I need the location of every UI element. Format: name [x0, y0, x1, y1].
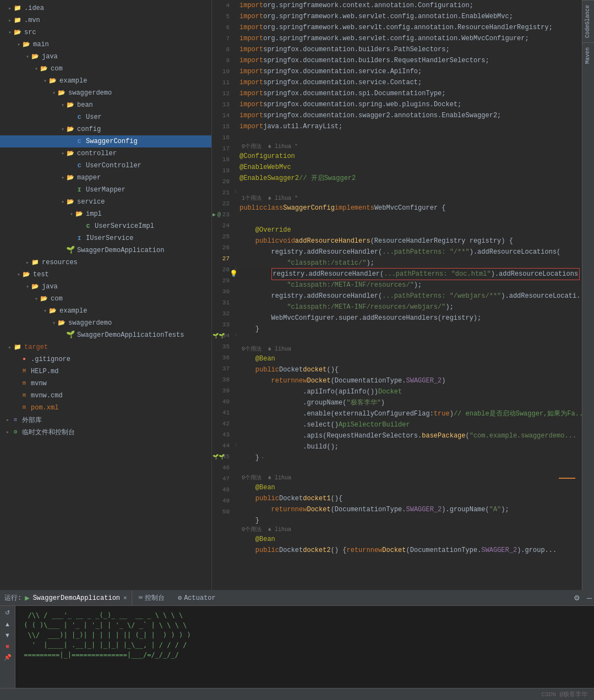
bottom-tab-actuator[interactable]: ⚙ Actuator	[171, 592, 222, 604]
tree-item-tmp[interactable]: ⚙ 临时文件和控制台	[0, 426, 211, 438]
tree-item-example-test[interactable]: 📂 example	[0, 305, 211, 317]
tree-item-controller[interactable]: 📂 controller	[0, 147, 211, 160]
tree-item-libs[interactable]: ≡ 外部库	[0, 414, 211, 426]
scroll-down-btn[interactable]: ▼	[2, 631, 13, 639]
tree-item-mvnw[interactable]: m mvnw	[0, 378, 211, 390]
scroll-up-btn[interactable]: ▲	[2, 620, 13, 628]
label-example: example	[59, 77, 87, 85]
ln-4: 4	[212, 0, 232, 11]
tree-item-java-test[interactable]: 📂 java	[0, 281, 211, 293]
tree-item-User[interactable]: C User	[0, 111, 211, 123]
ln-37: 37	[212, 363, 232, 374]
tree-item-service[interactable]: 📂 service	[0, 196, 211, 208]
tree-item-SwaggerDemoApplication[interactable]: 🌱 SwaggerDemoApplication	[0, 244, 211, 256]
tree-item-HELP[interactable]: M HELP.md	[0, 365, 211, 378]
code-line-12: import springfox.documentation.spi.Docum…	[239, 88, 582, 99]
run-icon: ▶	[25, 593, 29, 603]
label-tmp: 临时文件和控制台	[22, 428, 75, 437]
ln-39: 39	[212, 385, 232, 396]
tree-item-src[interactable]: 📂 src	[0, 26, 211, 39]
tree-item-SwaggerDemoApplicationTests[interactable]: 🌱 SwaggerDemoApplicationTests	[0, 329, 211, 341]
right-tab-panel: CodeGlance Maven	[582, 0, 594, 590]
close-tab-btn[interactable]: ×	[123, 595, 127, 601]
settings-btn[interactable]: ⚙	[571, 593, 582, 603]
minimize-btn[interactable]: ─	[585, 593, 594, 603]
tree-item-UserMapper[interactable]: I UserMapper	[0, 184, 211, 196]
tree-item-com-test[interactable]: 📂 com	[0, 293, 211, 305]
code-line-25: registry.addResourceHandler(...pathPatte…	[239, 247, 582, 258]
code-line-46: public Docket docket1(){	[239, 493, 582, 504]
label-gitignore: .gitignore	[31, 356, 70, 363]
console-left-actions: ↺ ▲ ▼ ■ 📌	[0, 606, 15, 688]
folder-icon-mapper: 📂	[66, 173, 75, 182]
label-com-test: com	[51, 295, 63, 303]
tree-item-mvn[interactable]: 📁 .mvn	[0, 14, 211, 26]
tree-item-swaggerdemo[interactable]: 📂 swaggerdemo	[0, 87, 211, 99]
label-main: main	[33, 41, 49, 48]
tree-item-UserController[interactable]: C UserController	[0, 160, 211, 172]
tree-item-main[interactable]: 📂 main	[0, 39, 211, 51]
ln-20: 20	[212, 176, 232, 187]
tree-item-SwaggerConfig[interactable]: C SwaggerConfig	[0, 135, 211, 147]
meta-21: 1个用法 ♣ lihua *	[239, 195, 582, 203]
tree-item-IUserService[interactable]: I IUserService	[0, 232, 211, 244]
code-editor: 4 5 6 7 8 9 10 11 12 13 14 15 16 17 18 1…	[212, 0, 582, 590]
gitignore-icon: ●	[20, 355, 29, 364]
label-UserServiceImpl: UserServiceImpl	[95, 222, 154, 230]
java-icon-UserServiceImpl: C	[84, 222, 92, 231]
folder-icon-mvn: 📁	[13, 16, 22, 25]
arrow-bean	[59, 102, 66, 108]
ln-41: 41	[212, 407, 232, 418]
label-impl: impl	[86, 210, 102, 218]
label-swaggerdemo-test: swaggerdemo	[68, 319, 112, 327]
tree-item-impl[interactable]: 📂 impl	[0, 208, 211, 220]
label-libs: 外部库	[22, 415, 42, 425]
code-line-47: return new Docket(DocumentationType.SWAG…	[239, 504, 582, 515]
restart-btn[interactable]: ↺	[3, 608, 12, 617]
file-tree[interactable]: 📁 .idea 📁 .mvn 📂 src 📂 main 📂	[0, 0, 212, 590]
mvnw-icon: m	[20, 379, 29, 388]
label-SwaggerConfig: SwaggerConfig	[86, 138, 138, 145]
code-line-6: import org.springframework.web.servlt.co…	[239, 22, 582, 33]
label-src: src	[24, 29, 36, 36]
tree-item-pom[interactable]: m pom.xml	[0, 402, 211, 414]
console-label: 控制台	[145, 593, 165, 603]
right-tab-maven[interactable]: Maven	[582, 42, 594, 68]
tree-item-test[interactable]: 📂 test	[0, 269, 211, 281]
line-gutter: 4 5 6 7 8 9 10 11 12 13 14 15 16 17 18 1…	[212, 0, 232, 590]
tree-item-swaggerdemo-test[interactable]: 📂 swaggerdemo	[0, 317, 211, 329]
tree-item-gitignore[interactable]: ● .gitignore	[0, 353, 211, 365]
code-line-30: "classpath:/META-INF/resources/webjars/"…	[239, 302, 582, 313]
bottom-tab-console[interactable]: ⌨ 控制台	[132, 591, 171, 605]
code-line-8: import springfox.documentation.builders.…	[239, 44, 582, 55]
code-line-39: .enable(externallyConfiguredFlag: true) …	[239, 408, 582, 419]
arrow-swaggerdemo-test	[51, 320, 57, 326]
code-lines: import org.springframework.context.annot…	[239, 0, 582, 590]
arrow-example-test	[42, 308, 48, 314]
tree-item-resources[interactable]: 📁 resources	[0, 256, 211, 269]
tree-item-mapper[interactable]: 📂 mapper	[0, 172, 211, 184]
ln-26: 26	[212, 242, 232, 253]
tree-item-idea[interactable]: 📁 .idea	[0, 2, 211, 14]
arrow-mapper	[59, 174, 66, 181]
stop-btn[interactable]: ■	[3, 642, 12, 650]
ln-34: 🌱 🌱 34	[212, 330, 232, 341]
tree-item-com[interactable]: 📂 com	[0, 63, 211, 75]
ln-10: 10	[212, 66, 232, 77]
arrow-src	[7, 29, 13, 36]
ln-13: 13	[212, 99, 232, 110]
pin-btn[interactable]: 📌	[2, 653, 14, 662]
tree-item-java[interactable]: 📂 java	[0, 51, 211, 63]
tree-item-target[interactable]: 📁 target	[0, 341, 211, 353]
label-bean: bean	[77, 101, 93, 109]
tree-item-config[interactable]: 📂 config	[0, 123, 211, 135]
tree-item-UserServiceImpl[interactable]: C UserServiceImpl	[0, 220, 211, 232]
code-line-22	[239, 214, 582, 225]
tree-item-mvnwcmd[interactable]: m mvnw.cmd	[0, 390, 211, 402]
tree-item-example[interactable]: 📂 example	[0, 75, 211, 87]
code-line-44	[239, 463, 582, 474]
tree-item-bean[interactable]: 📂 bean	[0, 99, 211, 111]
right-tab-codeglance[interactable]: CodeGlance	[582, 0, 594, 42]
folder-icon-service: 📂	[66, 198, 75, 206]
code-content-area[interactable]: 4 5 6 7 8 9 10 11 12 13 14 15 16 17 18 1…	[212, 0, 582, 590]
